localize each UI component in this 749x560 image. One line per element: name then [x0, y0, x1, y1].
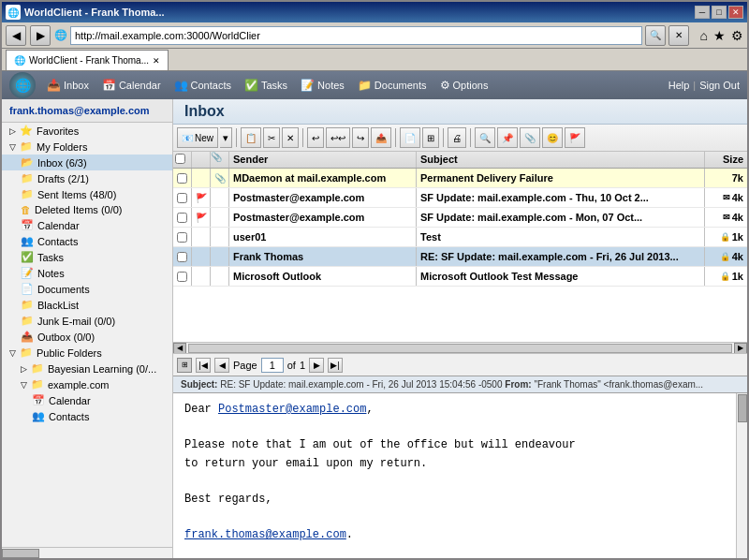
row-flag-3[interactable]: 🚩 — [192, 208, 211, 227]
row-flag-1[interactable] — [192, 169, 211, 187]
col-header-check[interactable] — [173, 152, 192, 168]
toolbar-forward-btn[interactable]: ↪ — [352, 127, 369, 148]
preview-body[interactable]: Dear Postmaster@example.com, Please note… — [173, 393, 736, 558]
row-flag-2[interactable]: 🚩 — [192, 188, 211, 207]
sidebar-item-tasks[interactable]: ✅ Tasks — [2, 249, 172, 265]
toolbar-view-btn[interactable]: 📄 — [400, 127, 420, 148]
row-checkbox-4[interactable] — [177, 232, 187, 243]
hscroll-bar[interactable] — [188, 344, 732, 353]
nav-documents[interactable]: 📁 Documents — [352, 77, 433, 94]
first-page-btn[interactable]: |◀ — [196, 358, 211, 373]
home-icon[interactable]: ⌂ — [700, 28, 708, 43]
new-dropdown-arrow[interactable]: ▾ — [220, 127, 232, 148]
hscroll-left-btn[interactable]: ◀ — [173, 343, 186, 354]
col-header-subject[interactable]: Subject — [417, 152, 705, 168]
sidebar-item-documents[interactable]: 📄 Documents — [2, 281, 172, 297]
sidebar-item-notes[interactable]: 📝 Notes — [2, 265, 172, 281]
sidebar-hscroll[interactable] — [2, 547, 172, 558]
nav-contacts[interactable]: 👥 Contacts — [169, 77, 237, 94]
favorites-icon[interactable]: ★ — [713, 28, 726, 43]
sidebar-item-deleted[interactable]: 🗑 Deleted Items (0/0) — [2, 202, 172, 217]
toolbar-move-btn[interactable]: 📤 — [371, 127, 391, 148]
stop-button[interactable]: ✕ — [668, 25, 689, 46]
toolbar-attach-btn[interactable]: 📎 — [520, 127, 540, 148]
toolbar-cut-btn[interactable]: ✂ — [263, 127, 280, 148]
sidebar-item-junk[interactable]: 📁 Junk E-mail (0/0) — [2, 313, 172, 329]
row-checkbox-5[interactable] — [177, 252, 187, 262]
nav-help-link[interactable]: Help — [668, 80, 690, 91]
address-bar[interactable] — [70, 26, 642, 45]
sidebar-item-calendar[interactable]: 📅 Calendar — [2, 217, 172, 233]
sidebar-item-sent[interactable]: 📁 Sent Items (48/0) — [2, 186, 172, 202]
table-row[interactable]: 🚩 Postmaster@example.com SF Update: mail… — [173, 188, 747, 208]
toolbar-reply-btn[interactable]: ↩ — [307, 127, 324, 148]
sidebar-public-folders[interactable]: ▽ 📁 Public Folders — [2, 345, 172, 361]
sidebar-item-example-com[interactable]: ▽ 📁 example.com — [2, 376, 172, 392]
table-row[interactable]: 📎 MDaemon at mail.example.com Permanent … — [173, 169, 747, 188]
postmaster-link[interactable]: Postmaster@example.com — [218, 403, 366, 416]
page-number-input[interactable] — [261, 358, 284, 373]
table-row[interactable]: Frank Thomas RE: SF Update: mail.example… — [173, 247, 747, 267]
hscroll-right-btn[interactable]: ▶ — [734, 343, 747, 354]
prev-page-btn[interactable]: ◀ — [214, 358, 229, 373]
nav-options[interactable]: ⚙ Options — [434, 77, 494, 94]
minimize-button[interactable]: ─ — [695, 6, 710, 19]
last-page-btn[interactable]: ▶| — [328, 358, 343, 373]
expand-preview-btn[interactable]: ⊞ — [177, 358, 192, 373]
close-button[interactable]: ✕ — [728, 6, 743, 19]
back-button[interactable]: ◀ — [6, 25, 26, 46]
row-flag-5[interactable] — [192, 247, 211, 266]
toolbar-search-btn[interactable]: 🔍 — [475, 127, 495, 148]
table-row[interactable]: Microsoft Outlook Microsoft Outlook Test… — [173, 267, 747, 287]
forward-button[interactable]: ▶ — [30, 25, 51, 46]
col-header-sender[interactable]: Sender — [229, 152, 417, 168]
toolbar-delete-btn[interactable]: ✕ — [282, 127, 299, 148]
nav-inbox[interactable]: 📥 Inbox — [41, 77, 95, 94]
row-checkbox-2[interactable] — [177, 193, 187, 203]
sidebar-favorites[interactable]: ▷ ⭐ Favorites — [2, 123, 172, 139]
col-header-size[interactable]: Size — [705, 152, 747, 168]
row-flag-6[interactable] — [192, 267, 211, 286]
sidebar-my-folders[interactable]: ▽ 📁 My Folders — [2, 139, 172, 155]
sidebar-item-blacklist[interactable]: 📁 BlackList — [2, 297, 172, 313]
toolbar-mark-btn[interactable]: 🖨 — [448, 127, 466, 148]
row-check-4[interactable] — [173, 228, 192, 246]
active-tab[interactable]: 🌐 WorldClient - Frank Thoma... ✕ — [6, 50, 169, 70]
sidebar-scroll[interactable]: ▷ ⭐ Favorites ▽ 📁 My Folders 📂 Inbox (6/… — [2, 123, 172, 547]
row-check-3[interactable] — [173, 208, 192, 227]
table-row[interactable]: 🚩 Postmaster@example.com SF Update: mail… — [173, 208, 747, 228]
refresh-button[interactable]: 🔍 — [645, 25, 666, 46]
toolbar-flag-btn[interactable]: 🚩 — [565, 127, 585, 148]
row-check-6[interactable] — [173, 267, 192, 286]
nav-notes[interactable]: 📝 Notes — [295, 77, 350, 94]
sidebar-item-contacts2[interactable]: 👥 Contacts — [2, 408, 172, 424]
row-checkbox-3[interactable] — [177, 213, 187, 223]
sender-email-link[interactable]: frank.thomas@example.com — [184, 528, 346, 541]
nav-calendar[interactable]: 📅 Calendar — [96, 77, 167, 94]
maximize-button[interactable]: □ — [712, 6, 727, 19]
select-all-checkbox[interactable] — [175, 154, 185, 164]
row-flag-4[interactable] — [192, 228, 211, 246]
toolbar-print-btn[interactable]: 📋 — [241, 127, 261, 148]
row-check-2[interactable] — [173, 188, 192, 207]
row-checkbox-6[interactable] — [177, 272, 187, 282]
toolbar-grid-btn[interactable]: ⊞ — [422, 127, 439, 148]
row-checkbox-1[interactable] — [177, 173, 187, 184]
toolbar-pin-btn[interactable]: 📌 — [497, 127, 518, 148]
preview-scrollbar[interactable] — [736, 393, 747, 558]
nav-tasks[interactable]: ✅ Tasks — [239, 77, 293, 94]
table-row[interactable]: user01 Test 🔒1k — [173, 228, 747, 247]
sidebar-item-contacts[interactable]: 👥 Contacts — [2, 233, 172, 249]
sidebar-item-inbox[interactable]: 📂 Inbox (6/3) — [2, 155, 172, 170]
row-check-1[interactable] — [173, 169, 192, 187]
sidebar-item-bayesian[interactable]: ▷ 📁 Bayesian Learning (0/... — [2, 361, 172, 376]
toolbar-replyall-btn[interactable]: ↩↩ — [326, 127, 350, 148]
row-check-5[interactable] — [173, 247, 192, 266]
toolbar-emoji-btn[interactable]: 😊 — [542, 127, 563, 148]
sidebar-item-drafts[interactable]: 📁 Drafts (2/1) — [2, 170, 172, 186]
settings-icon[interactable]: ⚙ — [731, 28, 743, 43]
tab-close-button[interactable]: ✕ — [153, 56, 160, 66]
sidebar-item-outbox[interactable]: 📤 Outbox (0/0) — [2, 329, 172, 345]
nav-signout-link[interactable]: Sign Out — [699, 80, 740, 91]
email-list-hscroll[interactable]: ◀ ▶ — [173, 342, 747, 353]
